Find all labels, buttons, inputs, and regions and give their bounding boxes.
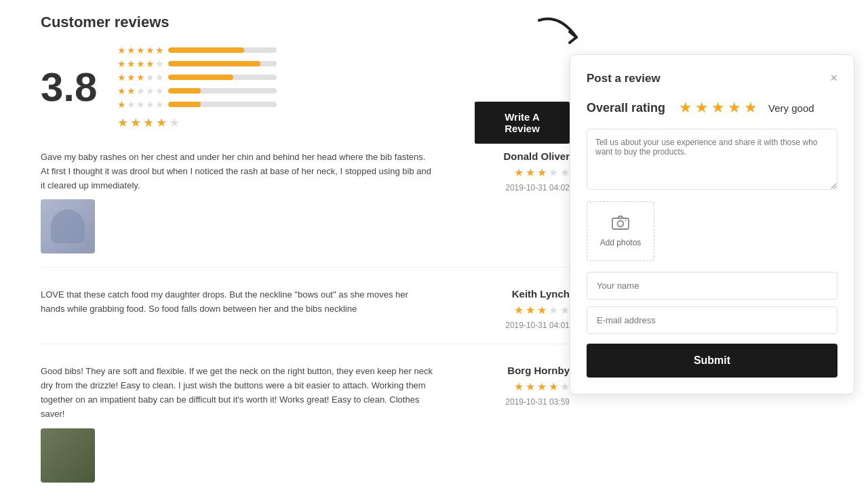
reviewer-info: Donald Oliver★★★★★2019-10-31 04:02 [461, 150, 570, 253]
camera-icon [612, 215, 629, 234]
rating-star-1[interactable]: ★ [679, 99, 692, 117]
review-image [41, 428, 95, 483]
reviewer-name: Donald Oliver [461, 150, 570, 162]
left-panel: Customer reviews 3.8 ★★★★★★★★★★★★★★★★★★★… [41, 14, 570, 488]
review-item: Good bibs! They are soft and flexible. I… [41, 365, 570, 488]
overall-rating-label: Overall rating [587, 101, 665, 115]
rating-star-3[interactable]: ★ [711, 99, 725, 117]
reviewer-date: 2019-10-31 04:01 [461, 321, 570, 330]
close-button[interactable]: × [830, 71, 837, 85]
reviewer-date: 2019-10-31 03:59 [461, 397, 570, 407]
rating-star-5[interactable]: ★ [744, 99, 757, 117]
reviewer-date: 2019-10-31 04:02 [461, 183, 570, 192]
overall-stars: ★★★★★ [117, 115, 277, 130]
review-item: LOVE that these catch food my daughter d… [41, 288, 570, 344]
review-textarea[interactable] [587, 129, 837, 190]
panel-header: Post a review × [587, 71, 837, 85]
reviewer-info: Keith Lynch★★★★★2019-10-31 04:01 [461, 288, 570, 330]
reviewer-info: Borg Hornby★★★★★2019-10-31 03:59 [461, 365, 570, 482]
rating-bar-row: ★★★★★ [117, 99, 277, 110]
page-title: Customer reviews [41, 14, 570, 31]
overall-star: ★ [117, 115, 128, 130]
write-review-button[interactable]: Write A Review [475, 102, 570, 144]
reviews-list: Gave my baby rashes on her chest and und… [41, 150, 570, 488]
rating-stars-large[interactable]: ★★★★★ [679, 99, 757, 117]
rating-text-label: Very good [768, 102, 814, 114]
review-image [41, 199, 95, 253]
email-input[interactable] [587, 306, 837, 334]
name-input[interactable] [587, 272, 837, 300]
review-text: Good bibs! They are soft and flexible. I… [41, 365, 434, 421]
overall-score: 3.8 [41, 67, 97, 108]
overall-rating-row: Overall rating ★★★★★ Very good [587, 99, 837, 117]
reviewer-name: Borg Hornby [461, 365, 570, 376]
overall-star: ★ [143, 115, 154, 130]
rating-bar-row: ★★★★★ [117, 45, 277, 56]
reviewer-stars: ★★★★★ [461, 380, 570, 393]
overall-star: ★ [169, 115, 180, 130]
rating-bar-row: ★★★★★ [117, 85, 277, 96]
rating-star-4[interactable]: ★ [728, 99, 741, 117]
overall-star: ★ [130, 115, 141, 130]
panel-title: Post a review [587, 72, 660, 85]
rating-star-2[interactable]: ★ [695, 99, 709, 117]
review-text: LOVE that these catch food my daughter d… [41, 288, 434, 317]
review-item: Gave my baby rashes on her chest and und… [41, 150, 570, 268]
reviewer-name: Keith Lynch [461, 288, 570, 300]
svg-point-2 [625, 220, 627, 221]
overall-star: ★ [156, 115, 167, 130]
rating-bar-row: ★★★★★ [117, 58, 277, 69]
reviewer-stars: ★★★★★ [461, 166, 570, 179]
post-review-panel: Post a review × Overall rating ★★★★★ Ver… [570, 54, 854, 394]
add-photos-button[interactable]: Add photos [587, 201, 654, 261]
reviewer-stars: ★★★★★ [461, 304, 570, 317]
review-text: Gave my baby rashes on her chest and und… [41, 150, 434, 192]
add-photos-label: Add photos [600, 238, 642, 247]
rating-bar-row: ★★★★★ [117, 72, 277, 83]
rating-bars: ★★★★★★★★★★★★★★★★★★★★★★★★★ [117, 45, 277, 110]
submit-button[interactable]: Submit [587, 344, 837, 378]
svg-point-1 [618, 221, 624, 227]
